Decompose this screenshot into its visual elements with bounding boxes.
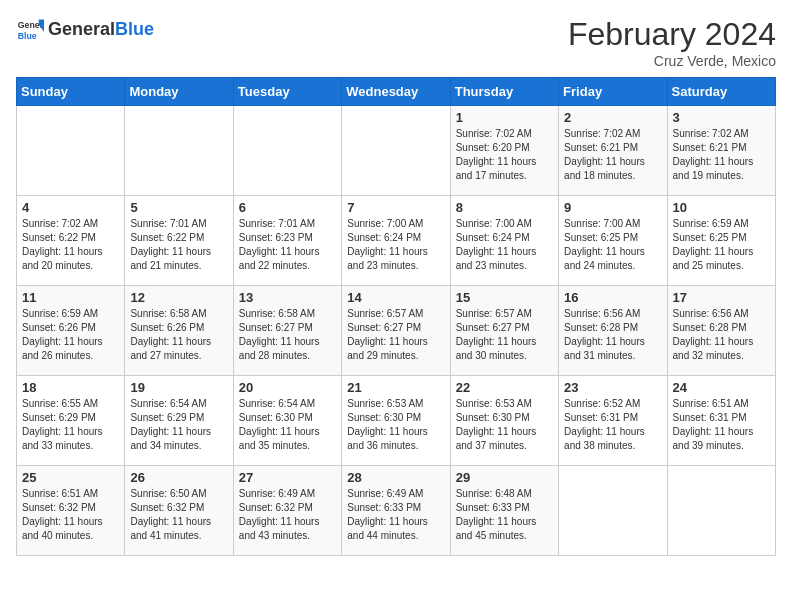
day-number: 8 bbox=[456, 200, 553, 215]
calendar-day-cell: 13Sunrise: 6:58 AM Sunset: 6:27 PM Dayli… bbox=[233, 286, 341, 376]
day-info: Sunrise: 7:00 AM Sunset: 6:24 PM Dayligh… bbox=[456, 217, 553, 273]
day-number: 22 bbox=[456, 380, 553, 395]
day-info: Sunrise: 6:49 AM Sunset: 6:32 PM Dayligh… bbox=[239, 487, 336, 543]
day-number: 5 bbox=[130, 200, 227, 215]
calendar-day-cell: 11Sunrise: 6:59 AM Sunset: 6:26 PM Dayli… bbox=[17, 286, 125, 376]
calendar-day-cell: 2Sunrise: 7:02 AM Sunset: 6:21 PM Daylig… bbox=[559, 106, 667, 196]
day-number: 10 bbox=[673, 200, 770, 215]
day-info: Sunrise: 7:02 AM Sunset: 6:21 PM Dayligh… bbox=[564, 127, 661, 183]
day-info: Sunrise: 6:49 AM Sunset: 6:33 PM Dayligh… bbox=[347, 487, 444, 543]
calendar-day-cell: 16Sunrise: 6:56 AM Sunset: 6:28 PM Dayli… bbox=[559, 286, 667, 376]
calendar-day-cell: 27Sunrise: 6:49 AM Sunset: 6:32 PM Dayli… bbox=[233, 466, 341, 556]
calendar-week-row: 11Sunrise: 6:59 AM Sunset: 6:26 PM Dayli… bbox=[17, 286, 776, 376]
calendar-day-cell bbox=[559, 466, 667, 556]
day-number: 17 bbox=[673, 290, 770, 305]
day-number: 15 bbox=[456, 290, 553, 305]
calendar-day-cell: 18Sunrise: 6:55 AM Sunset: 6:29 PM Dayli… bbox=[17, 376, 125, 466]
calendar-day-cell: 22Sunrise: 6:53 AM Sunset: 6:30 PM Dayli… bbox=[450, 376, 558, 466]
day-number: 14 bbox=[347, 290, 444, 305]
day-info: Sunrise: 6:50 AM Sunset: 6:32 PM Dayligh… bbox=[130, 487, 227, 543]
calendar-day-cell: 7Sunrise: 7:00 AM Sunset: 6:24 PM Daylig… bbox=[342, 196, 450, 286]
day-number: 23 bbox=[564, 380, 661, 395]
day-number: 21 bbox=[347, 380, 444, 395]
calendar-table: SundayMondayTuesdayWednesdayThursdayFrid… bbox=[16, 77, 776, 556]
day-number: 6 bbox=[239, 200, 336, 215]
weekday-header: Tuesday bbox=[233, 78, 341, 106]
day-info: Sunrise: 6:56 AM Sunset: 6:28 PM Dayligh… bbox=[564, 307, 661, 363]
calendar-day-cell: 1Sunrise: 7:02 AM Sunset: 6:20 PM Daylig… bbox=[450, 106, 558, 196]
day-info: Sunrise: 6:59 AM Sunset: 6:25 PM Dayligh… bbox=[673, 217, 770, 273]
day-info: Sunrise: 6:53 AM Sunset: 6:30 PM Dayligh… bbox=[456, 397, 553, 453]
day-info: Sunrise: 6:52 AM Sunset: 6:31 PM Dayligh… bbox=[564, 397, 661, 453]
calendar-header: SundayMondayTuesdayWednesdayThursdayFrid… bbox=[17, 78, 776, 106]
calendar-day-cell: 6Sunrise: 7:01 AM Sunset: 6:23 PM Daylig… bbox=[233, 196, 341, 286]
day-info: Sunrise: 6:59 AM Sunset: 6:26 PM Dayligh… bbox=[22, 307, 119, 363]
day-info: Sunrise: 6:48 AM Sunset: 6:33 PM Dayligh… bbox=[456, 487, 553, 543]
calendar-day-cell: 29Sunrise: 6:48 AM Sunset: 6:33 PM Dayli… bbox=[450, 466, 558, 556]
day-number: 18 bbox=[22, 380, 119, 395]
calendar-week-row: 1Sunrise: 7:02 AM Sunset: 6:20 PM Daylig… bbox=[17, 106, 776, 196]
day-number: 7 bbox=[347, 200, 444, 215]
calendar-body: 1Sunrise: 7:02 AM Sunset: 6:20 PM Daylig… bbox=[17, 106, 776, 556]
calendar-day-cell: 23Sunrise: 6:52 AM Sunset: 6:31 PM Dayli… bbox=[559, 376, 667, 466]
day-number: 11 bbox=[22, 290, 119, 305]
day-number: 20 bbox=[239, 380, 336, 395]
calendar-day-cell: 3Sunrise: 7:02 AM Sunset: 6:21 PM Daylig… bbox=[667, 106, 775, 196]
calendar-day-cell: 17Sunrise: 6:56 AM Sunset: 6:28 PM Dayli… bbox=[667, 286, 775, 376]
day-number: 12 bbox=[130, 290, 227, 305]
calendar-day-cell: 20Sunrise: 6:54 AM Sunset: 6:30 PM Dayli… bbox=[233, 376, 341, 466]
day-info: Sunrise: 6:54 AM Sunset: 6:30 PM Dayligh… bbox=[239, 397, 336, 453]
month-year-title: February 2024 bbox=[568, 16, 776, 53]
day-number: 1 bbox=[456, 110, 553, 125]
weekday-header: Sunday bbox=[17, 78, 125, 106]
calendar-day-cell: 4Sunrise: 7:02 AM Sunset: 6:22 PM Daylig… bbox=[17, 196, 125, 286]
calendar-day-cell: 28Sunrise: 6:49 AM Sunset: 6:33 PM Dayli… bbox=[342, 466, 450, 556]
calendar-day-cell: 12Sunrise: 6:58 AM Sunset: 6:26 PM Dayli… bbox=[125, 286, 233, 376]
day-info: Sunrise: 7:00 AM Sunset: 6:25 PM Dayligh… bbox=[564, 217, 661, 273]
day-info: Sunrise: 6:57 AM Sunset: 6:27 PM Dayligh… bbox=[347, 307, 444, 363]
weekday-header: Saturday bbox=[667, 78, 775, 106]
calendar-day-cell bbox=[667, 466, 775, 556]
day-number: 2 bbox=[564, 110, 661, 125]
calendar-day-cell: 10Sunrise: 6:59 AM Sunset: 6:25 PM Dayli… bbox=[667, 196, 775, 286]
calendar-week-row: 25Sunrise: 6:51 AM Sunset: 6:32 PM Dayli… bbox=[17, 466, 776, 556]
weekday-header-row: SundayMondayTuesdayWednesdayThursdayFrid… bbox=[17, 78, 776, 106]
location-subtitle: Cruz Verde, Mexico bbox=[568, 53, 776, 69]
day-info: Sunrise: 7:01 AM Sunset: 6:22 PM Dayligh… bbox=[130, 217, 227, 273]
calendar-day-cell: 14Sunrise: 6:57 AM Sunset: 6:27 PM Dayli… bbox=[342, 286, 450, 376]
day-number: 9 bbox=[564, 200, 661, 215]
day-number: 13 bbox=[239, 290, 336, 305]
calendar-day-cell bbox=[17, 106, 125, 196]
day-info: Sunrise: 7:02 AM Sunset: 6:22 PM Dayligh… bbox=[22, 217, 119, 273]
calendar-day-cell bbox=[125, 106, 233, 196]
calendar-day-cell: 24Sunrise: 6:51 AM Sunset: 6:31 PM Dayli… bbox=[667, 376, 775, 466]
day-number: 3 bbox=[673, 110, 770, 125]
day-info: Sunrise: 6:57 AM Sunset: 6:27 PM Dayligh… bbox=[456, 307, 553, 363]
weekday-header: Friday bbox=[559, 78, 667, 106]
day-info: Sunrise: 7:02 AM Sunset: 6:21 PM Dayligh… bbox=[673, 127, 770, 183]
calendar-week-row: 18Sunrise: 6:55 AM Sunset: 6:29 PM Dayli… bbox=[17, 376, 776, 466]
logo-blue-text: Blue bbox=[115, 20, 154, 40]
calendar-day-cell: 19Sunrise: 6:54 AM Sunset: 6:29 PM Dayli… bbox=[125, 376, 233, 466]
weekday-header: Wednesday bbox=[342, 78, 450, 106]
day-info: Sunrise: 6:54 AM Sunset: 6:29 PM Dayligh… bbox=[130, 397, 227, 453]
svg-text:Blue: Blue bbox=[18, 31, 37, 41]
logo: General Blue General Blue bbox=[16, 16, 154, 44]
day-info: Sunrise: 6:51 AM Sunset: 6:31 PM Dayligh… bbox=[673, 397, 770, 453]
day-info: Sunrise: 6:58 AM Sunset: 6:27 PM Dayligh… bbox=[239, 307, 336, 363]
day-info: Sunrise: 6:58 AM Sunset: 6:26 PM Dayligh… bbox=[130, 307, 227, 363]
day-number: 29 bbox=[456, 470, 553, 485]
calendar-week-row: 4Sunrise: 7:02 AM Sunset: 6:22 PM Daylig… bbox=[17, 196, 776, 286]
calendar-day-cell: 25Sunrise: 6:51 AM Sunset: 6:32 PM Dayli… bbox=[17, 466, 125, 556]
calendar-day-cell: 26Sunrise: 6:50 AM Sunset: 6:32 PM Dayli… bbox=[125, 466, 233, 556]
calendar-day-cell bbox=[233, 106, 341, 196]
calendar-day-cell: 15Sunrise: 6:57 AM Sunset: 6:27 PM Dayli… bbox=[450, 286, 558, 376]
logo-icon: General Blue bbox=[16, 16, 44, 44]
day-number: 27 bbox=[239, 470, 336, 485]
day-info: Sunrise: 6:51 AM Sunset: 6:32 PM Dayligh… bbox=[22, 487, 119, 543]
day-info: Sunrise: 6:56 AM Sunset: 6:28 PM Dayligh… bbox=[673, 307, 770, 363]
calendar-day-cell bbox=[342, 106, 450, 196]
day-info: Sunrise: 7:00 AM Sunset: 6:24 PM Dayligh… bbox=[347, 217, 444, 273]
calendar-day-cell: 5Sunrise: 7:01 AM Sunset: 6:22 PM Daylig… bbox=[125, 196, 233, 286]
calendar-day-cell: 9Sunrise: 7:00 AM Sunset: 6:25 PM Daylig… bbox=[559, 196, 667, 286]
